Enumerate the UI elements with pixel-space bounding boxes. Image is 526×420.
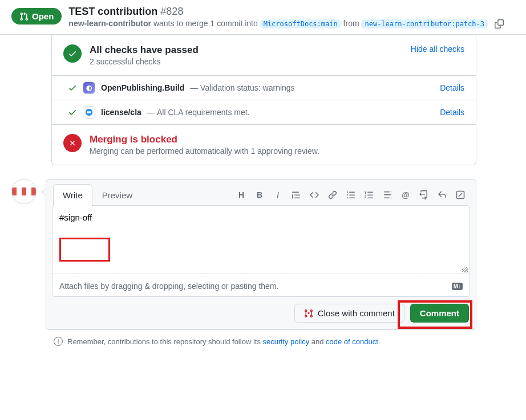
checks-passed-section: All checks have passed 2 successful chec… [52, 35, 476, 75]
reference-icon[interactable] [419, 190, 429, 199]
code-of-conduct-link[interactable]: code of conduct [326, 337, 378, 346]
mention-icon[interactable]: @ [400, 190, 411, 199]
base-branch[interactable]: MicrosoftDocs:main [260, 19, 341, 28]
merge-blocked-section: Merging is blocked Merging can be perfor… [52, 124, 476, 165]
comment-box: Write Preview H B I [46, 179, 476, 330]
tab-write[interactable]: Write [53, 184, 92, 206]
state-badge: Open [11, 8, 62, 25]
footer-text-2: and [309, 337, 326, 346]
merge-blocked-title: Merging is blocked [90, 134, 319, 145]
markdown-icon[interactable]: M↓ [452, 283, 463, 290]
comment-actions: Close with comment Comment [46, 297, 476, 329]
checks-passed-title: All checks have passed [90, 44, 199, 56]
check-icon [68, 83, 77, 92]
check-name: license/cla [101, 108, 141, 117]
markdown-toolbar: H B I [236, 190, 469, 199]
svg-line-3 [459, 193, 462, 197]
comment-button[interactable]: Comment [410, 304, 469, 323]
comment-button-label: Comment [420, 308, 459, 318]
security-policy-link[interactable]: security policy [263, 337, 310, 346]
details-link[interactable]: Details [440, 108, 464, 117]
pr-header: Open TEST contribution #828 new-learn-co… [0, 0, 526, 35]
pull-request-icon [19, 12, 29, 21]
check-row: license/cla — All CLA requirements met. … [52, 100, 476, 124]
pr-author[interactable]: new-learn-contributor [68, 19, 151, 28]
head-branch[interactable]: new-learn-contributor:patch-3 [361, 19, 488, 28]
check-icon [68, 108, 77, 117]
pr-title: TEST contribution [68, 6, 157, 17]
close-button-label: Close with comment [318, 308, 395, 318]
app-icon: ◐ [83, 81, 95, 94]
footer-text-3: . [378, 337, 381, 346]
checkmark-circle-icon [63, 44, 82, 63]
comment-textarea[interactable]: #sign-off [52, 206, 470, 274]
merge-text-1: wants to merge 1 commit into [153, 19, 258, 28]
italic-icon[interactable]: I [273, 190, 283, 199]
merge-blocked-subtitle: Merging can be performed automatically w… [90, 146, 319, 156]
attach-hint[interactable]: Attach files by dragging & dropping, sel… [52, 276, 470, 296]
link-icon[interactable] [327, 190, 338, 199]
comment-tabs: Write Preview H B I [46, 180, 476, 206]
footer-text-1: Remember, contributions to this reposito… [67, 337, 263, 346]
tab-preview[interactable]: Preview [92, 184, 142, 206]
pr-number: #828 [160, 6, 183, 17]
check-row: ◐ OpenPublishing.Build — Validation stat… [52, 75, 476, 100]
new-comment-wrap: Write Preview H B I [11, 179, 476, 330]
checks-box: All checks have passed 2 successful chec… [51, 35, 476, 165]
reply-icon[interactable] [437, 190, 447, 199]
pr-title-block: TEST contribution #828 new-learn-contrib… [68, 6, 504, 28]
info-icon: i [54, 337, 63, 346]
bullet-list-icon[interactable] [346, 190, 356, 199]
diff-icon[interactable] [455, 190, 466, 199]
number-list-icon[interactable] [364, 190, 374, 199]
hide-checks-link[interactable]: Hide all checks [411, 44, 464, 54]
merge-text-2: from [343, 19, 359, 28]
checks-passed-subtitle: 2 successful checks [90, 57, 199, 66]
copy-icon[interactable] [495, 19, 504, 28]
code-icon[interactable] [309, 190, 319, 199]
resize-handle-icon[interactable] [462, 267, 468, 272]
task-list-icon[interactable] [382, 190, 393, 199]
bold-icon[interactable]: B [254, 190, 265, 199]
x-circle-icon [63, 134, 82, 152]
git-pull-request-closed-icon [304, 309, 313, 318]
check-desc: — Validation status: warnings [190, 83, 294, 92]
quote-icon[interactable] [291, 190, 301, 199]
details-link[interactable]: Details [440, 83, 464, 92]
heading-icon[interactable]: H [236, 190, 246, 199]
svg-rect-1 [87, 112, 91, 114]
attach-hint-text: Attach files by dragging & dropping, sel… [59, 282, 278, 291]
footer-note: i Remember, contributions to this reposi… [51, 337, 476, 346]
app-icon [83, 106, 95, 119]
check-desc: — All CLA requirements met. [147, 108, 250, 117]
avatar[interactable] [11, 179, 37, 204]
close-with-comment-button[interactable]: Close with comment [294, 304, 404, 323]
state-label: Open [32, 11, 54, 21]
check-name: OpenPublishing.Build [101, 83, 184, 92]
